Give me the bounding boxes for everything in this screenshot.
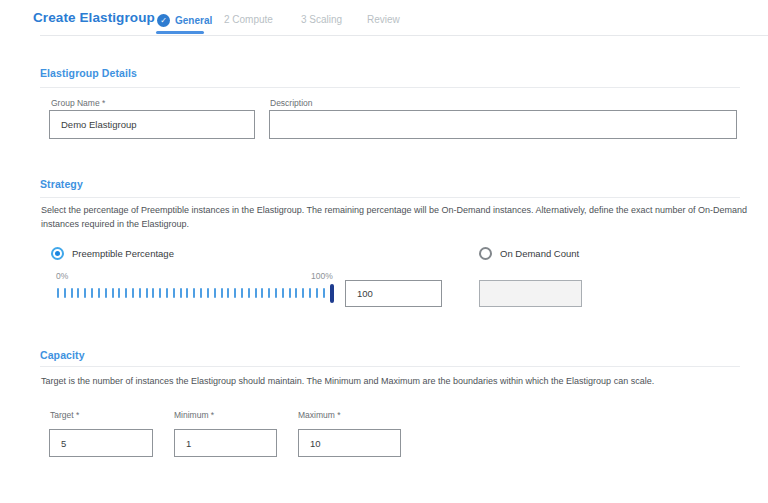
- slider-tick: [125, 288, 127, 298]
- description-label: Description: [270, 98, 313, 108]
- slider-tick: [309, 288, 311, 298]
- create-elastigroup-page: Create Elastigroup ✓ General 2 Compute 3…: [0, 0, 768, 503]
- slider-tick: [64, 288, 66, 298]
- tab-compute-label: 2 Compute: [224, 14, 273, 25]
- radio-selected-icon[interactable]: [51, 247, 64, 260]
- slider-tick: [139, 288, 141, 298]
- slider-tick: [105, 288, 107, 298]
- radio-unselected-icon[interactable]: [479, 247, 492, 260]
- slider-tick: [268, 288, 270, 298]
- slider-tick: [289, 288, 291, 298]
- group-name-input[interactable]: [49, 110, 255, 139]
- strategy-section-divider: [40, 197, 740, 198]
- slider-tick: [234, 288, 236, 298]
- slider-tick: [275, 288, 277, 298]
- slider-tick: [255, 288, 257, 298]
- minimum-label: Minimum *: [174, 410, 214, 420]
- radio-dot: [55, 251, 60, 256]
- slider-tick: [159, 288, 161, 298]
- slider-tick: [295, 288, 297, 298]
- slider-tick: [84, 288, 86, 298]
- slider-tick: [98, 288, 100, 298]
- tab-scaling-label: 3 Scaling: [301, 14, 342, 25]
- tab-scaling[interactable]: 3 Scaling: [301, 14, 342, 25]
- details-section-divider: [40, 87, 740, 88]
- slider-tick: [180, 288, 182, 298]
- check-circle-icon: ✓: [157, 14, 170, 27]
- on-demand-count-input: [479, 280, 582, 307]
- tab-review-label: Review: [367, 14, 400, 25]
- slider-tick: [221, 288, 223, 298]
- active-tab-underline: [156, 31, 204, 34]
- slider-tick: [200, 288, 202, 298]
- slider-tick: [112, 288, 114, 298]
- tab-general-label: General: [175, 15, 212, 26]
- slider-tick: [241, 288, 243, 298]
- description-input[interactable]: [269, 110, 737, 139]
- slider-tick: [166, 288, 168, 298]
- slider-tick: [302, 288, 304, 298]
- slider-tick: [282, 288, 284, 298]
- target-label: Target *: [50, 410, 79, 420]
- slider-tick: [316, 288, 318, 298]
- slider-tick: [146, 288, 148, 298]
- slider-tick: [77, 288, 79, 298]
- strategy-description-line1: Select the percentage of Preemptible ins…: [41, 203, 747, 217]
- page-title: Create Elastigroup: [33, 10, 155, 25]
- slider-min-label: 0%: [56, 271, 68, 281]
- on-demand-count-label: On Demand Count: [500, 248, 579, 259]
- slider-tick: [186, 288, 188, 298]
- maximum-input[interactable]: [298, 429, 401, 457]
- slider-tick: [207, 288, 209, 298]
- slider-tick: [323, 288, 325, 298]
- slider-handle[interactable]: [330, 284, 334, 303]
- slider-tick: [173, 288, 175, 298]
- strategy-description-line2: instances required in the Elastigroup.: [41, 217, 189, 231]
- details-section-heading: Elastigroup Details: [40, 67, 137, 79]
- preemptible-percentage-input[interactable]: [345, 280, 442, 307]
- slider-tick: [91, 288, 93, 298]
- slider-tick: [132, 288, 134, 298]
- target-input[interactable]: [49, 429, 153, 457]
- strategy-section-heading: Strategy: [40, 178, 83, 190]
- slider-tick: [118, 288, 120, 298]
- preemptible-percentage-label: Preemptible Percentage: [72, 248, 174, 259]
- slider-tick: [152, 288, 154, 298]
- minimum-input[interactable]: [174, 429, 277, 457]
- capacity-description: Target is the number of instances the El…: [41, 374, 654, 388]
- tab-review[interactable]: Review: [367, 14, 400, 25]
- slider-tick: [248, 288, 250, 298]
- capacity-section-divider: [40, 366, 740, 367]
- capacity-section-heading: Capacity: [40, 349, 85, 361]
- maximum-label: Maximum *: [298, 410, 341, 420]
- slider-tick: [214, 288, 216, 298]
- on-demand-count-option[interactable]: On Demand Count: [479, 247, 579, 260]
- header-divider: [40, 35, 768, 36]
- slider-tick: [193, 288, 195, 298]
- tab-compute[interactable]: 2 Compute: [224, 14, 273, 25]
- preemptible-percentage-slider[interactable]: [57, 283, 334, 303]
- preemptible-percentage-option[interactable]: Preemptible Percentage: [51, 247, 174, 260]
- slider-tick: [261, 288, 263, 298]
- slider-tick: [57, 288, 59, 298]
- tab-general[interactable]: ✓ General: [157, 14, 212, 27]
- group-name-label: Group Name *: [51, 98, 105, 108]
- slider-tick: [227, 288, 229, 298]
- slider-tick: [71, 288, 73, 298]
- slider-max-label: 100%: [311, 271, 333, 281]
